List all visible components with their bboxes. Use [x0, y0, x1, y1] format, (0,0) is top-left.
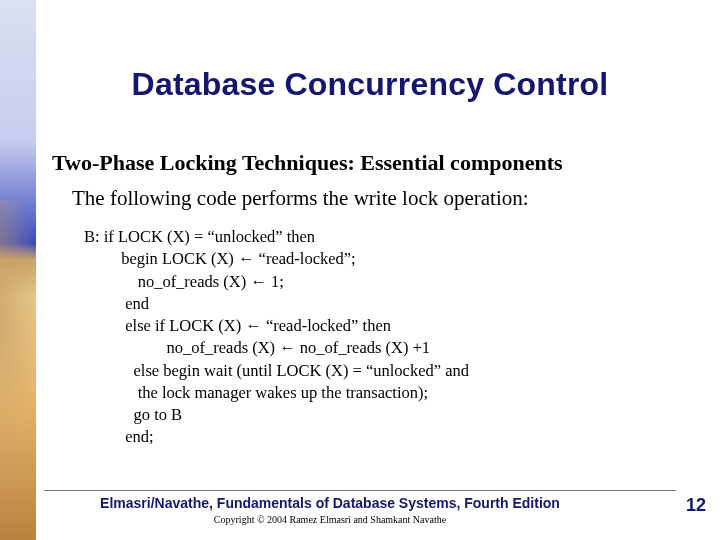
slide-title: Database Concurrency Control — [70, 66, 670, 103]
code-line: go to B — [84, 404, 469, 426]
background-glow — [0, 200, 55, 440]
code-line: no_of_reads (X) ← no_of_reads (X) +1 — [84, 337, 469, 359]
code-line: else begin wait (until LOCK (X) = “unloc… — [84, 360, 469, 382]
code-line: no_of_reads (X) ← 1; — [84, 271, 469, 293]
footer-text: Elmasri/Navathe, Fundamentals of Databas… — [0, 495, 660, 511]
code-line: begin LOCK (X) ← “read-locked”; — [84, 248, 469, 270]
code-block: B: if LOCK (X) = “unlocked” then begin L… — [84, 226, 469, 449]
code-line: end — [84, 293, 469, 315]
code-line: else if LOCK (X) ← “read-locked” then — [84, 315, 469, 337]
intro-text: The following code performs the write lo… — [72, 186, 529, 211]
code-line: B: if LOCK (X) = “unlocked” then — [84, 226, 469, 248]
code-line: end; — [84, 426, 469, 448]
code-line: the lock manager wakes up the transactio… — [84, 382, 469, 404]
copyright-text: Copyright © 2004 Ramez Elmasri and Shamk… — [0, 514, 660, 525]
page-number: 12 — [686, 495, 706, 516]
slide: Database Concurrency Control Two-Phase L… — [0, 0, 720, 540]
subheading: Two-Phase Locking Techniques: Essential … — [52, 150, 563, 176]
footer-divider — [44, 490, 676, 491]
